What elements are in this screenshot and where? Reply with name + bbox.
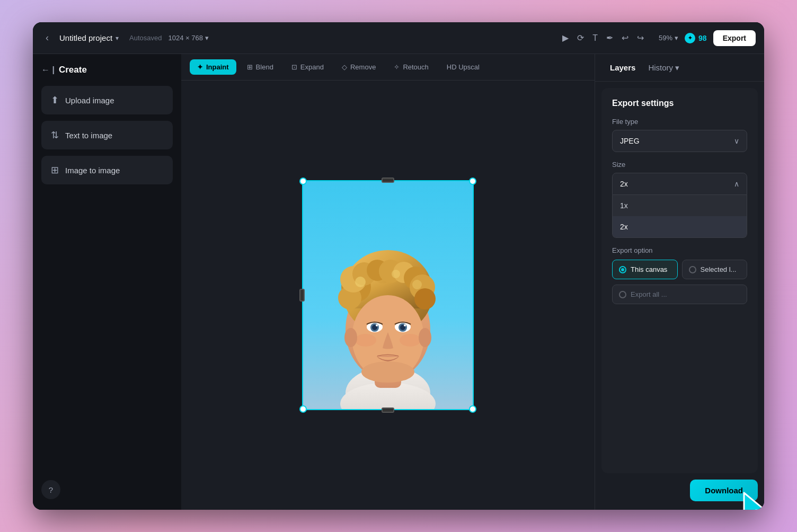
upload-image-icon: ⬆ [51,94,59,106]
undo-tool-icon[interactable]: ↩ [622,33,628,43]
text-to-image-icon: ⇅ [51,129,59,141]
svg-point-18 [412,280,422,289]
export-settings-title: Export settings [612,99,747,108]
expand-icon: ⊡ [291,63,297,71]
file-type-select[interactable]: JPEG ∨ [612,130,747,152]
sidebar-item-text-label: Text to image [65,131,112,140]
credits-display: ✦ 98 [685,33,707,43]
rotate-tool-icon[interactable]: ⟳ [577,33,584,43]
export-options-row: This canvas Selected l... [612,260,747,279]
canvas-image-wrapper [303,181,473,409]
sidebar-back-icon: ← | [41,65,55,75]
svg-point-15 [414,288,436,309]
file-type-chevron-icon: ∨ [734,137,739,145]
sidebar-item-upload-image[interactable]: ⬆ Upload image [41,86,173,114]
sidebar-title: Create [59,65,87,75]
zoom-chevron-icon: ▾ [675,34,678,42]
handle-bottom-middle[interactable] [382,407,394,413]
handle-top-left[interactable] [299,178,307,185]
this-canvas-radio [619,266,626,273]
credits-icon: ✦ [685,33,695,43]
header-tools: ▶ ⟳ T ✒ ↩ ↪ [562,33,644,43]
remove-label: Remove [350,63,376,71]
svg-point-29 [400,334,421,347]
handle-top-right[interactable] [469,178,476,185]
panel-tabs: Layers History ▾ [595,54,764,82]
size-current-value: 2x [620,180,628,188]
upscal-button[interactable]: HD Upscal [439,59,487,75]
file-type-label: File type [612,118,747,126]
cursor-icon [742,491,764,510]
sidebar-header: ← | Create [41,65,173,75]
remove-button[interactable]: ◇ Remove [334,59,383,75]
export-button[interactable]: Export [713,30,756,46]
project-title[interactable]: Untitled project ▾ [59,33,119,42]
history-label: History ▾ [648,63,679,73]
expand-label: Expand [300,63,324,71]
canvas-area: ✦ Inpaint ⊞ Blend ⊡ Expand ◇ Remove ✧ [181,54,595,510]
redo-tool-icon[interactable]: ↪ [637,33,644,43]
download-area: Download [595,480,764,510]
tab-history[interactable]: History ▾ [642,59,686,77]
svg-point-17 [392,270,400,278]
selected-label: Selected l... [701,265,737,273]
upscal-label: HD Upscal [447,63,480,71]
this-canvas-button[interactable]: This canvas [612,260,678,279]
image-to-image-icon: ⊞ [51,164,59,176]
handle-top-middle[interactable] [382,178,394,183]
svg-point-32 [419,328,431,347]
pen-tool-icon[interactable]: ✒ [606,33,613,43]
size-option-1x[interactable]: 1x [613,195,747,216]
select-tool-icon[interactable]: ▶ [562,33,569,43]
sidebar-item-image-label: Image to image [65,166,120,175]
size-label: Size [612,161,747,169]
size-option-2x[interactable]: 2x [613,216,747,237]
resolution-selector[interactable]: 1024 × 768 ▾ [169,34,209,42]
svg-point-16 [355,277,366,287]
resolution-value: 1024 × 768 [169,34,203,42]
retouch-button[interactable]: ✧ Retouch [386,59,436,75]
zoom-selector[interactable]: 59% ▾ [659,34,678,42]
remove-icon: ◇ [342,63,347,71]
blend-icon: ⊞ [247,63,253,71]
file-type-value: JPEG [620,137,640,145]
this-canvas-label: This canvas [631,265,667,273]
main-area: ← | Create ⬆ Upload image ⇅ Text to imag… [33,54,764,510]
selected-layers-button[interactable]: Selected l... [682,260,748,279]
retouch-label: Retouch [403,63,428,71]
handle-middle-left[interactable] [299,289,305,302]
svg-point-28 [355,334,376,347]
inpaint-icon: ✦ [197,63,203,71]
sidebar-item-text-to-image[interactable]: ⇅ Text to image [41,121,173,149]
svg-point-27 [404,324,406,326]
zoom-value: 59% [659,34,672,42]
tab-layers[interactable]: Layers [604,59,642,76]
inpaint-button[interactable]: ✦ Inpaint [190,59,236,75]
handle-bottom-right[interactable] [469,405,476,413]
size-select-active[interactable]: 2x ∧ [612,173,747,195]
selected-radio [689,266,696,273]
size-options-list: 1x 2x [612,195,747,238]
canvas-image [303,181,473,409]
size-dropdown: 2x ∧ 1x 2x [612,173,747,238]
blend-button[interactable]: ⊞ Blend [240,59,281,75]
handle-bottom-left[interactable] [299,405,307,413]
title-chevron-icon: ▾ [116,34,119,42]
expand-button[interactable]: ⊡ Expand [284,59,331,75]
export-settings-panel: Export settings File type JPEG ∨ Size 2x… [601,88,758,473]
export-all-button[interactable]: Export all ... [612,285,747,304]
export-all-radio [619,291,626,298]
svg-point-23 [376,324,378,326]
sidebar: ← | Create ⬆ Upload image ⇅ Text to imag… [33,54,181,510]
canvas-content[interactable] [181,81,595,510]
app-window: ‹ Untitled project ▾ Autosaved 1024 × 76… [33,22,764,510]
back-button[interactable]: ‹ [41,30,53,46]
text-tool-icon[interactable]: T [592,33,598,43]
toolbar-bar: ✦ Inpaint ⊞ Blend ⊡ Expand ◇ Remove ✧ [181,54,595,81]
sidebar-item-upload-label: Upload image [65,96,114,105]
svg-point-31 [344,328,357,347]
size-chevron-up-icon: ∧ [734,180,739,188]
blend-label: Blend [256,63,273,71]
sidebar-item-image-to-image[interactable]: ⊞ Image to image [41,156,173,184]
help-button[interactable]: ? [41,480,60,499]
